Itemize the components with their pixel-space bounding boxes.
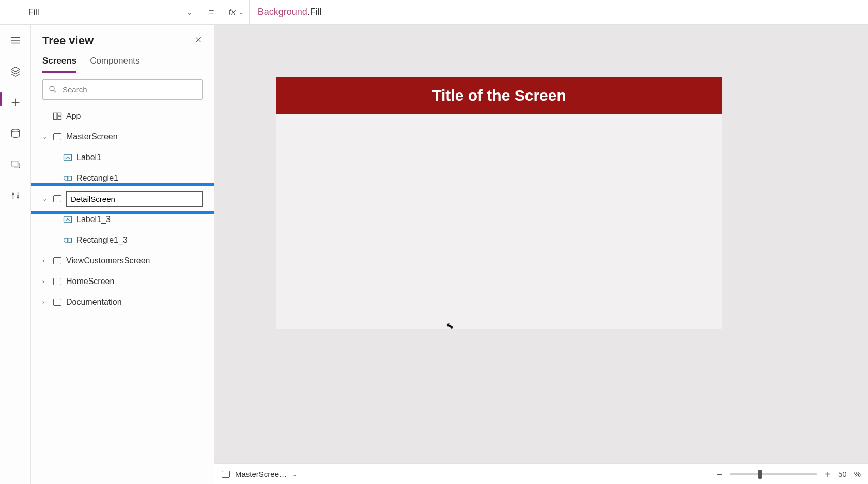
tree-node-label: Label1 [76, 153, 101, 162]
screen-icon [52, 193, 63, 205]
zoom-suffix: % [854, 470, 861, 478]
chevron-down-icon: ⌄ [239, 9, 244, 16]
formula-input[interactable]: Background.Fill [250, 7, 868, 18]
main-area: Tree view Screens Components App ⌄ [0, 25, 868, 484]
zoom-in-button[interactable]: + [825, 469, 831, 479]
screen-icon [52, 276, 63, 287]
formula-identifier: Background [258, 7, 307, 17]
tree: App ⌄ MasterScreen Label1 Rectang [31, 104, 214, 484]
close-icon [194, 36, 203, 44]
svg-rect-5 [54, 113, 57, 119]
chevron-down-icon[interactable]: ⌄ [42, 195, 51, 202]
svg-point-4 [50, 86, 54, 91]
tree-node-screen[interactable]: ⌄ MasterScreen [31, 127, 214, 147]
property-dropdown[interactable]: Fill ⌄ [22, 3, 199, 22]
tree-header: Tree view [31, 25, 214, 50]
tree-search[interactable] [42, 79, 203, 100]
media-icon [10, 159, 21, 170]
data-button[interactable] [8, 126, 23, 140]
zoom-slider[interactable] [730, 473, 817, 475]
chevron-down-icon[interactable]: ⌄ [42, 133, 51, 140]
equals-icon: = [209, 7, 214, 18]
tools-button[interactable] [8, 188, 23, 202]
tree-node-screen[interactable]: › HomeScreen [31, 271, 214, 292]
rail-active-indicator [0, 92, 2, 106]
fx-label: fx [229, 7, 236, 18]
zoom-out-button[interactable]: − [717, 469, 723, 479]
tree-node-label: Documentation [66, 298, 122, 307]
screen-title-bar[interactable]: Title of the Screen [276, 77, 722, 114]
insert-button[interactable] [8, 95, 23, 110]
tree-node-control[interactable]: Rectangle1_3 [31, 230, 214, 251]
hamburger-button[interactable] [8, 33, 23, 48]
tree-tabs: Screens Components [31, 50, 214, 73]
svg-point-0 [11, 129, 19, 132]
svg-rect-7 [58, 117, 61, 120]
selected-screen-name[interactable]: MasterScree… [235, 470, 287, 478]
hamburger-icon [10, 35, 21, 46]
tree-view-panel: Tree view Screens Components App ⌄ [31, 25, 214, 484]
tree-node-control[interactable]: Label1_3 [31, 209, 214, 230]
tree-node-screen[interactable]: › Documentation [31, 292, 214, 313]
svg-rect-8 [64, 154, 72, 161]
left-rail [0, 25, 31, 484]
tree-node-label: HomeScreen [66, 277, 114, 286]
screen-title-text: Title of the Screen [432, 87, 566, 104]
tab-screens[interactable]: Screens [42, 56, 76, 73]
rectangle-icon [62, 173, 73, 184]
tree-node-label: Label1_3 [76, 215, 111, 224]
screen-icon [52, 255, 63, 267]
artboard[interactable]: Title of the Screen [276, 77, 722, 329]
zoom-slider-thumb[interactable] [758, 470, 762, 479]
screen-icon [222, 471, 230, 478]
fx-button[interactable]: fx ⌄ [224, 0, 250, 24]
tree-node-screen[interactable]: › ViewCustomersScreen [31, 251, 214, 271]
tree-node-app[interactable]: App [31, 106, 214, 127]
chevron-right-icon[interactable]: › [42, 299, 51, 306]
close-panel-button[interactable] [194, 36, 203, 46]
zoom-value: 50 [838, 470, 847, 478]
tree-view-button[interactable] [8, 64, 23, 79]
search-input[interactable] [61, 85, 197, 95]
plus-icon [10, 97, 21, 108]
screen-icon [52, 131, 63, 143]
tree-node-control[interactable]: Rectangle1 [31, 168, 214, 189]
sliders-icon [10, 190, 21, 201]
screen-icon [52, 296, 63, 308]
screen-body[interactable] [276, 114, 722, 329]
layers-icon [10, 66, 21, 77]
rectangle-icon [62, 235, 73, 246]
tree-node-screen-editing: ⌄ [31, 189, 214, 209]
tree-node-control[interactable]: Label1 [31, 147, 214, 168]
tree-node-label: ViewCustomersScreen [66, 256, 150, 266]
chevron-right-icon[interactable]: › [42, 278, 51, 285]
tree-title: Tree view [42, 34, 94, 48]
tree-node-label: Rectangle1_3 [76, 236, 128, 245]
svg-rect-11 [64, 216, 72, 223]
tree-node-label: App [66, 112, 81, 121]
canvas-status-bar: MasterScree… ⌄ − + 50 % [214, 463, 868, 484]
canvas[interactable]: Title of the Screen ⬉ MasterScree… ⌄ − +… [214, 25, 868, 484]
formula-rest: .Fill [307, 7, 322, 17]
tree-node-label: MasterScreen [66, 132, 118, 142]
property-dropdown-value: Fill [28, 8, 39, 17]
label-icon [62, 214, 73, 225]
chevron-down-icon[interactable]: ⌄ [292, 470, 298, 478]
formula-bar: Fill ⌄ = fx ⌄ Background.Fill [0, 0, 868, 25]
chevron-right-icon[interactable]: › [42, 257, 51, 264]
tree-node-label: Rectangle1 [76, 174, 118, 183]
search-icon [48, 85, 57, 94]
chevron-down-icon: ⌄ [187, 8, 193, 17]
svg-rect-6 [58, 113, 61, 116]
svg-rect-1 [11, 161, 18, 166]
rename-input[interactable] [66, 191, 203, 207]
media-button[interactable] [8, 157, 23, 171]
tab-components[interactable]: Components [90, 56, 140, 73]
app-icon [52, 111, 63, 122]
label-icon [62, 152, 73, 163]
database-icon [10, 128, 21, 139]
